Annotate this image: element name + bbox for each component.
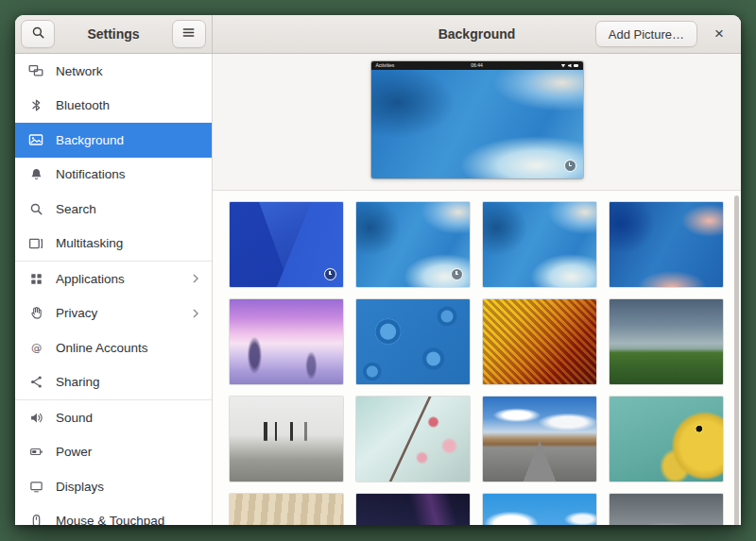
desktop-preview: Activities 06:44	[371, 61, 583, 178]
preview-clock: 06:44	[471, 61, 483, 70]
chevron-right-icon	[189, 307, 202, 320]
sidebar-item-applications[interactable]: Applications	[15, 262, 212, 296]
sidebar-item-label: Sound	[56, 411, 212, 425]
headerbar: Settings Background Add Picture… ×	[15, 15, 741, 54]
wallpaper-thumbnail-blue-knots[interactable]	[356, 299, 470, 384]
wallpaper-thumbnail-yellow-frog[interactable]	[610, 397, 723, 482]
slideshow-clock-badge	[324, 268, 336, 280]
notifications-icon	[28, 167, 43, 182]
power-icon	[28, 445, 43, 460]
sidebar-item-network[interactable]: Network	[15, 54, 212, 89]
sidebar-item-label: Displays	[56, 480, 212, 494]
sidebar-item-notifications[interactable]: Notifications	[15, 158, 212, 193]
sidebar-item-label: Online Accounts	[56, 341, 212, 355]
headerbar-left: Settings	[15, 15, 213, 53]
sidebar-item-power[interactable]: Power	[15, 435, 212, 470]
sidebar-item-mouse-touchpad[interactable]: Mouse & Touchpad	[15, 504, 212, 526]
online-accounts-icon: @	[28, 340, 43, 355]
wallpaper-thumbnail-desert-road[interactable]	[483, 397, 596, 482]
wallpaper-thumbnail-blue-marble-light-2[interactable]	[483, 202, 596, 287]
multitasking-icon	[28, 236, 43, 251]
sidebar-item-label: Search	[56, 202, 212, 216]
bluetooth-icon	[28, 98, 43, 113]
search-icon	[28, 201, 43, 216]
sidebar-item-label: Power	[56, 445, 212, 459]
sidebar-item-label: Multitasking	[56, 236, 212, 250]
sidebar-item-label: Mouse & Touchpad	[56, 514, 212, 525]
sidebar-item-privacy[interactable]: Privacy	[15, 296, 212, 331]
wallpaper-thumbnail-blue-marble-light[interactable]	[356, 202, 470, 287]
sidebar-item-label: Bluetooth	[56, 98, 212, 112]
mouse-icon	[28, 514, 43, 525]
applications-icon	[28, 271, 43, 286]
wifi-icon	[561, 64, 566, 68]
slideshow-clock-badge	[564, 160, 576, 172]
settings-window: Settings Background Add Picture… × Netwo…	[15, 15, 741, 525]
wallpaper-thumbnail-blue-marble-dark-pink[interactable]	[610, 202, 723, 287]
window-body: NetworkBluetoothBackgroundNotificationsS…	[15, 54, 741, 525]
sharing-icon	[28, 375, 43, 390]
wallpaper-thumbnail-storm-clouds-gray[interactable]	[610, 494, 723, 525]
sidebar-item-label: Network	[56, 64, 212, 78]
preview-top-bar: Activities 06:44	[371, 61, 583, 70]
chevron-right-icon	[189, 272, 202, 285]
search-button[interactable]	[21, 20, 55, 48]
displays-icon	[28, 479, 43, 494]
sidebar-item-label: Background	[56, 133, 212, 147]
sidebar-item-bluetooth[interactable]: Bluetooth	[15, 89, 212, 124]
volume-icon	[568, 64, 572, 68]
wallpaper-grid	[213, 191, 741, 525]
close-window-button[interactable]: ×	[707, 22, 731, 46]
wallpaper-grid-section	[213, 191, 741, 525]
sidebar: NetworkBluetoothBackgroundNotificationsS…	[15, 54, 213, 525]
battery-icon	[574, 64, 578, 68]
wallpaper-thumbnail-sand-ripples-stone[interactable]	[230, 494, 343, 525]
svg-text:@: @	[30, 342, 41, 354]
sound-icon	[28, 410, 43, 425]
wallpaper-thumbnail-aurora-night[interactable]	[356, 494, 470, 525]
preview-status-icons	[483, 64, 578, 68]
sidebar-item-displays[interactable]: Displays	[15, 469, 212, 504]
sidebar-item-background[interactable]: Background	[15, 123, 212, 158]
wallpaper-thumbnail-foggy-pier-bw[interactable]	[230, 397, 343, 482]
preview-wallpaper	[371, 70, 583, 178]
wallpaper-preview-section: Activities 06:44	[213, 54, 741, 191]
background-icon	[28, 132, 43, 147]
privacy-icon	[28, 306, 43, 321]
wallpaper-thumbnail-gnome-default-blue-abstract[interactable]	[230, 202, 343, 287]
wallpaper-thumbnail-green-field-storm-sky[interactable]	[610, 299, 723, 384]
network-icon	[28, 63, 43, 78]
sidebar-item-search[interactable]: Search	[15, 192, 212, 227]
wallpaper-thumbnail-winter-sunset-purple[interactable]	[230, 299, 343, 384]
background-panel: Activities 06:44	[213, 54, 741, 525]
vertical-scrollbar[interactable]	[734, 195, 739, 525]
search-icon	[31, 25, 45, 43]
sidebar-item-label: Applications	[56, 272, 177, 286]
headerbar-right: Background Add Picture… ×	[213, 15, 741, 53]
sidebar-item-multitasking[interactable]: Multitasking	[15, 227, 212, 262]
wallpaper-thumbnail-blue-sky-clouds[interactable]	[483, 494, 596, 525]
slideshow-clock-badge	[451, 268, 463, 280]
wallpaper-thumbnail-orange-fabric-macro[interactable]	[483, 299, 596, 384]
sidebar-item-sound[interactable]: Sound	[15, 400, 212, 435]
primary-menu-button[interactable]	[172, 20, 206, 48]
sidebar-item-online-accounts[interactable]: @Online Accounts	[15, 330, 212, 365]
sidebar-item-label: Sharing	[56, 375, 212, 389]
hamburger-menu-icon	[181, 25, 196, 43]
sidebar-item-label: Notifications	[56, 167, 212, 181]
wallpaper-thumbnail-cherry-blossom[interactable]	[356, 397, 470, 482]
window-title-settings: Settings	[87, 26, 139, 42]
sidebar-item-label: Privacy	[56, 306, 177, 320]
add-picture-button[interactable]: Add Picture…	[595, 21, 697, 47]
desktop-background: { "colors":{ "window_margin":"#406249", …	[0, 0, 756, 541]
preview-activities-label: Activities	[376, 61, 472, 70]
sidebar-item-sharing[interactable]: Sharing	[15, 365, 212, 400]
